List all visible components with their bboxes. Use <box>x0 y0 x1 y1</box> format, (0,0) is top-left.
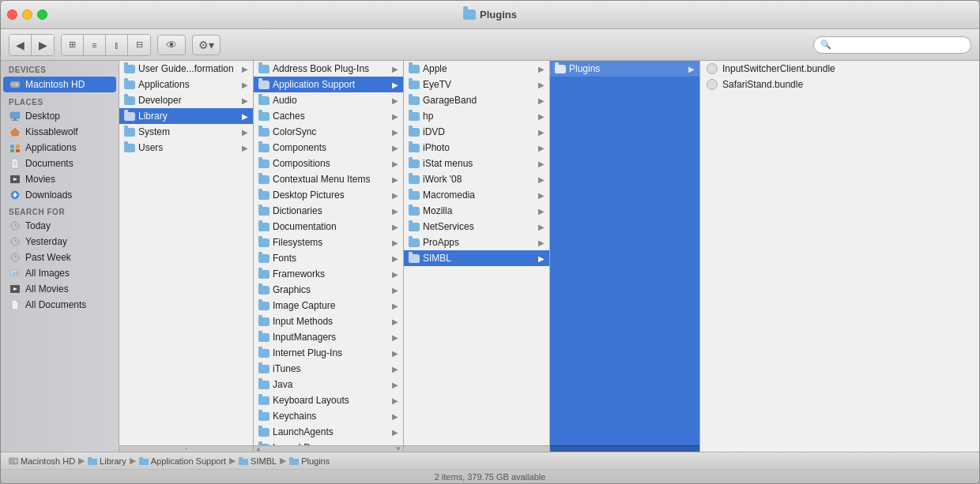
sidebar-item-applications[interactable]: Applications <box>1 140 119 156</box>
col3-simbl[interactable]: SIMBL ▶ <box>404 250 549 266</box>
col3-hp[interactable]: hp ▶ <box>404 108 549 124</box>
window-title-area: Plugins <box>463 9 517 21</box>
sidebar-item-all-documents[interactable]: All Documents <box>1 297 119 313</box>
col2-graphics[interactable]: Graphics ▶ <box>254 282 403 298</box>
col3-eyetv-arrow: ▶ <box>538 81 545 89</box>
column-3-scroll[interactable]: Apple ▶ EyeTV ▶ GarageBand ▶ <box>404 61 549 445</box>
breadcrumb-library[interactable]: Library <box>88 456 126 466</box>
col1-library[interactable]: Library ▶ <box>119 108 253 124</box>
file-inputswitcher[interactable]: InputSwitcherClient.bundle <box>700 61 979 77</box>
col2-internet-plugins[interactable]: Internet Plug-Ins ▶ <box>254 345 403 361</box>
col2-audio[interactable]: Audio ▶ <box>254 92 403 108</box>
col2-application-support[interactable]: Application Support ▶ <box>254 77 403 92</box>
col2-components[interactable]: Components ▶ <box>254 140 403 156</box>
column-2-scroll[interactable]: Address Book Plug-Ins ▶ Application Supp… <box>254 61 403 445</box>
breadcrumb-plugins[interactable]: Plugins <box>289 456 330 466</box>
col4-resize-handle[interactable] <box>550 445 699 452</box>
folder-icon <box>258 333 270 342</box>
col2-input-methods[interactable]: Input Methods ▶ <box>254 313 403 329</box>
action-button[interactable]: ⚙▾ <box>192 35 220 55</box>
coverflow-view-button[interactable]: ⊟ <box>128 35 150 55</box>
col2-launch-daemons[interactable]: LaunchDaemons ▶ <box>254 440 403 445</box>
col2-contextual-menu[interactable]: Contextual Menu Items ▶ <box>254 171 403 187</box>
sidebar-item-past-week[interactable]: Past Week <box>1 250 119 265</box>
breadcrumb-app-support[interactable]: Application Support <box>139 456 226 466</box>
column-view-button[interactable]: ⫿ <box>106 35 128 55</box>
sidebar-today-label: Today <box>25 220 51 231</box>
sidebar-item-yesterday[interactable]: Yesterday <box>1 234 119 250</box>
col1-user-guide[interactable]: User Guide...formation ▶ <box>119 61 253 77</box>
col2-fonts-arrow: ▶ <box>392 254 398 263</box>
sidebar-item-documents[interactable]: Documents <box>1 156 119 171</box>
close-button[interactable] <box>7 9 17 20</box>
sidebar-item-macintosh-hd[interactable]: Macintosh HD <box>3 77 116 92</box>
col2-filesystems[interactable]: Filesystems ▶ <box>254 234 403 250</box>
icon-view-button[interactable]: ⊞ <box>62 35 84 55</box>
col3-idvd[interactable]: iDVD ▶ <box>404 124 549 140</box>
col2-resize-handle[interactable]: ▲ ▼ <box>254 445 403 452</box>
col3-iphoto[interactable]: iPhoto ▶ <box>404 140 549 156</box>
col2-itunes[interactable]: iTunes ▶ <box>254 361 403 377</box>
col3-mozilla[interactable]: Mozilla ▶ <box>404 203 549 219</box>
col2-input-methods-arrow: ▶ <box>392 317 398 326</box>
quick-look-button[interactable]: 👁 <box>157 35 186 55</box>
sidebar-item-downloads[interactable]: Downloads <box>1 187 119 203</box>
sidebar-all-images-label: All Images <box>25 268 70 279</box>
col2-java[interactable]: Java ▶ <box>254 377 403 392</box>
back-button[interactable]: ◀ <box>9 35 32 55</box>
view-buttons: ⊞ ≡ ⫿ ⊟ <box>61 34 151 56</box>
col2-dictionaries[interactable]: Dictionaries ▶ <box>254 203 403 219</box>
breadcrumb-macintosh-hd[interactable]: Macintosh HD <box>9 456 75 466</box>
breadcrumb-simbl[interactable]: SIMBL <box>239 456 277 466</box>
col1-applications[interactable]: Applications ▶ <box>119 77 253 92</box>
list-view-button[interactable]: ≡ <box>84 35 106 55</box>
col2-compositions[interactable]: Compositions ▶ <box>254 156 403 171</box>
col1-users[interactable]: Users ▶ <box>119 140 253 156</box>
col1-system[interactable]: System ▶ <box>119 124 253 140</box>
sidebar-item-all-images[interactable]: All Images <box>1 265 119 281</box>
col2-input-managers[interactable]: InputManagers ▶ <box>254 329 403 345</box>
col2-frameworks[interactable]: Frameworks ▶ <box>254 266 403 282</box>
today-icon <box>9 219 21 232</box>
col2-caches[interactable]: Caches ▶ <box>254 108 403 124</box>
column-browser: User Guide...formation ▶ Applications ▶ … <box>119 61 979 452</box>
column-1-scroll[interactable]: User Guide...formation ▶ Applications ▶ … <box>119 61 253 445</box>
col3-proapps[interactable]: ProApps ▶ <box>404 234 549 250</box>
col3-iwork[interactable]: iWork '08 ▶ <box>404 171 549 187</box>
sidebar-item-all-movies[interactable]: All Movies <box>1 281 119 297</box>
sidebar-item-desktop[interactable]: Desktop <box>1 108 119 124</box>
col2-address-book[interactable]: Address Book Plug-Ins ▶ <box>254 61 403 77</box>
col3-resize-handle[interactable] <box>404 445 549 452</box>
search-input[interactable] <box>835 40 964 50</box>
col2-fonts[interactable]: Fonts ▶ <box>254 250 403 266</box>
col2-documentation[interactable]: Documentation ▶ <box>254 219 403 234</box>
sidebar-item-today[interactable]: Today <box>1 218 119 234</box>
col3-eyetv[interactable]: EyeTV ▶ <box>404 77 549 92</box>
col1-developer[interactable]: Developer ▶ <box>119 92 253 108</box>
col2-keychains[interactable]: Keychains ▶ <box>254 408 403 424</box>
breadcrumb-folder-icon <box>88 457 97 465</box>
col2-desktop-pictures[interactable]: Desktop Pictures ▶ <box>254 187 403 203</box>
col3-istat-menus[interactable]: iStat menus ▶ <box>404 156 549 171</box>
col2-colorsync-label: ColorSync <box>273 126 316 137</box>
column-4-scroll[interactable]: Plugins ▶ <box>550 61 699 445</box>
col3-netservices[interactable]: NetServices ▶ <box>404 219 549 234</box>
sidebar-item-kissablewolf[interactable]: Kissablewolf <box>1 124 119 140</box>
col2-keyboard-layouts[interactable]: Keyboard Layouts ▶ <box>254 392 403 408</box>
col1-resize-handle[interactable]: ⦁ <box>119 445 253 452</box>
file-safaristand[interactable]: SafariStand.bundle <box>700 77 979 92</box>
col2-colorsync[interactable]: ColorSync ▶ <box>254 124 403 140</box>
col2-filesystems-label: Filesystems <box>273 237 322 248</box>
col3-macromedia[interactable]: Macromedia ▶ <box>404 187 549 203</box>
svg-rect-41 <box>289 459 299 465</box>
col4-plugins[interactable]: Plugins ▶ <box>550 61 699 77</box>
col2-image-capture[interactable]: Image Capture ▶ <box>254 298 403 313</box>
col3-apple[interactable]: Apple ▶ <box>404 61 549 77</box>
sidebar-item-movies[interactable]: Movies <box>1 171 119 187</box>
col2-launch-agents[interactable]: LaunchAgents ▶ <box>254 424 403 440</box>
forward-button[interactable]: ▶ <box>32 35 54 55</box>
maximize-button[interactable] <box>37 9 47 20</box>
col3-garageband[interactable]: GarageBand ▶ <box>404 92 549 108</box>
minimize-button[interactable] <box>22 9 32 20</box>
folder-icon <box>258 381 270 389</box>
